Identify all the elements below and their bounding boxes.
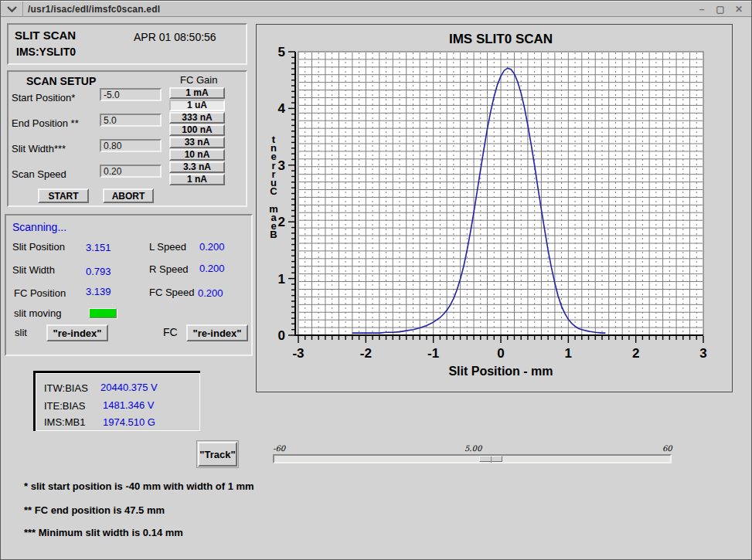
slit-position-value: 3.151 [86,242,111,253]
timestamp: APR 01 08:50:56 [134,31,216,43]
footnote-1: * slit start position is -40 mm with wid… [24,480,254,492]
chart-panel: 012345-3-2-10123IMS SLIT0 SCANSlit Posit… [256,24,733,392]
slit-width-ro-label: Slit Width [12,264,55,276]
scan-setup-panel: SCAN SETUP FC Gain Start Position* End P… [7,70,247,207]
ims-mb1-value: 1974.510 G [103,416,155,428]
slider-max-label: 60 [662,444,672,453]
fc-position-label: FC Position [14,287,66,299]
end-position-label: End Position ** [12,117,79,129]
slider-value-label: 5.00 [464,444,481,453]
scan-setup-title: SCAN SETUP [26,75,96,87]
fc-gain-label: FC Gain [180,74,217,86]
chevron-down-icon [7,6,17,12]
l-speed-value: 0.200 [199,241,225,253]
minimize-icon[interactable]: – [696,4,708,15]
track-button[interactable]: "Track" [198,442,237,467]
footnote-2: ** FC end position is 47.5 mm [24,504,165,516]
close-icon[interactable]: ✕ [733,4,745,15]
position-slider[interactable] [273,454,672,463]
y-tick-label: 5 [278,45,285,59]
x-tick-label: 1 [565,346,572,361]
fc-position-value: 3.139 [86,286,111,297]
x-tick-label: -3 [292,346,304,361]
end-position-input[interactable] [100,114,162,127]
slit-width-input[interactable] [100,139,162,152]
window-menu-button[interactable] [1,2,23,17]
slit-moving-indicator [89,308,117,318]
scan-speed-label: Scan Speed [12,168,66,180]
start-button[interactable]: START [38,188,89,203]
start-position-label: Start Position* [12,92,75,104]
y-axis-label-char: C [270,185,277,197]
y-tick-label: 4 [278,101,286,116]
edm-window: { "window": { "title": "/usr1/isac/edl/i… [0,0,752,560]
slider-min-label: -60 [273,444,285,453]
itw-bias-label: ITW:BIAS [44,382,88,394]
fc-reindex-button[interactable]: "re-index" [186,324,248,341]
y-axis-label-char: B [270,229,277,240]
title-bar: /usr1/isac/edl/imsfc0scan.edl – ▢ ✕ [1,1,751,17]
gain-button-10na[interactable]: 10 nA [169,149,225,161]
gain-button-1na[interactable]: 1 nA [169,174,225,185]
scan-plot: 012345-3-2-10123IMS SLIT0 SCANSlit Posit… [257,25,732,392]
start-position-input[interactable] [100,88,162,101]
maximize-icon[interactable]: ▢ [714,4,726,15]
l-speed-label: L Speed [149,241,186,253]
ite-bias-label: ITE:BIAS [44,400,85,412]
y-tick-label: 3 [278,158,285,173]
window-title: /usr1/isac/edl/imsfc0scan.edl [23,4,696,15]
slit-position-label: Slit Position [12,241,65,253]
x-tick-label: 0 [497,346,504,361]
fc-label: FC [163,326,178,338]
x-tick-label: -2 [360,346,372,361]
x-tick-label: 3 [699,346,706,361]
scan-status-panel: Scanning... Slit Position 3.151 L Speed … [5,214,253,356]
y-tick-label: 0 [278,328,285,343]
header-panel: SLIT SCAN IMS:YSLIT0 APR 01 08:50:56 [7,23,247,65]
scan-state-text: Scanning... [12,221,66,233]
x-tick-label: 2 [632,346,639,361]
slit-reindex-button[interactable]: "re-index" [46,324,108,341]
gain-button-3.3na[interactable]: 3.3 nA [169,161,225,173]
scan-speed-input[interactable] [100,165,162,178]
slit-label: slit [15,327,27,338]
gain-button-1ma[interactable]: 1 mA [169,87,225,99]
footnote-3: *** Minimum slit width is 0.14 mm [24,527,183,538]
gain-button-333na[interactable]: 333 nA [169,112,225,124]
gain-button-1ua[interactable]: 1 uA [169,100,225,111]
gain-button-100na[interactable]: 100 nA [169,124,225,136]
device-name: IMS:YSLIT0 [16,46,76,58]
x-axis-label: Slit Position - mm [448,365,553,378]
r-speed-value: 0.200 [199,263,225,274]
r-speed-label: R Speed [149,263,189,275]
fc-speed-value: 0.200 [198,287,223,299]
slit-width-ro-value: 0.793 [86,266,111,277]
ite-bias-value: 1481.346 V [103,399,155,411]
y-tick-label: 1 [278,272,285,287]
page-title: SLIT SCAN [15,29,76,42]
fc-speed-label: FC Speed [149,287,195,298]
chart-title: IMS SLIT0 SCAN [449,32,553,46]
itw-bias-value: 20440.375 V [100,382,158,393]
x-tick-label: -1 [427,346,439,361]
slit-moving-label: slit moving [14,307,61,319]
slit-width-label: Slit Width*** [12,143,66,154]
slider-thumb[interactable] [479,456,502,462]
bias-panel: ITW:BIAS 20440.375 V ITE:BIAS 1481.346 V… [33,371,200,431]
abort-button[interactable]: ABORT [103,188,154,203]
ims-mb1-label: IMS:MB1 [44,416,85,428]
y-tick-label: 2 [278,215,285,229]
gain-button-33na[interactable]: 33 nA [169,137,225,148]
